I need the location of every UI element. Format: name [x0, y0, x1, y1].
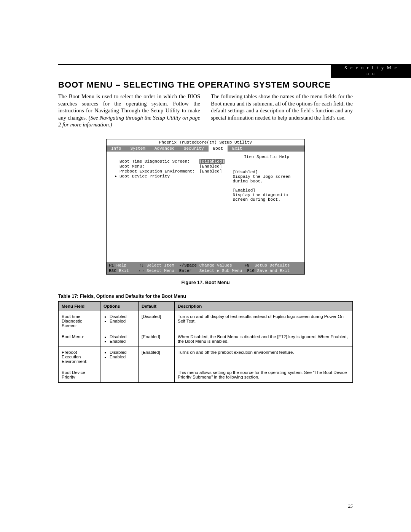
th-menu-field: Menu Field [59, 302, 100, 311]
bios-field-value[interactable]: [Disabled] [199, 159, 225, 164]
bios-key-label: Help [114, 263, 126, 268]
column-left: The Boot Menu is used to select the orde… [58, 93, 200, 128]
document-page: S e c u r i t y M e n u BOOT MENU – SELE… [0, 0, 411, 532]
bios-key: F10 [247, 268, 255, 273]
bios-tab-security[interactable]: Security [179, 145, 209, 152]
bios-key-label: Select Item [144, 263, 174, 268]
bios-help-pane: Item Specific Help [Disabled] Dispaly th… [229, 152, 304, 262]
bios-key-label: Select ▶ Sub-Menu [192, 268, 242, 273]
table-row: Preboot Execution Environment: DisabledE… [59, 347, 353, 367]
bios-field-label: Boot Menu: [119, 164, 199, 169]
bios-key-label: Setup Defaults [252, 263, 290, 268]
cell-desc: When Disabled, the Boot Menu is disabled… [175, 331, 353, 347]
option-item: Enabled [110, 319, 135, 323]
bios-key: -/Space [179, 263, 197, 268]
bios-row[interactable]: Boot Menu: [Enabled] [119, 164, 225, 169]
bios-key: F9 [245, 263, 250, 268]
bios-help-line [233, 184, 301, 188]
bios-key-label: Select Menu [144, 268, 174, 273]
bios-help-title: Item Specific Help [233, 155, 301, 159]
cell-default: [Disabled] [139, 311, 175, 331]
cell-desc: Turns on and off the preboot execution e… [175, 347, 353, 367]
bios-screenshot: Phoenix TrustedCore(tm) Setup Utility In… [106, 139, 305, 275]
two-column-text: The Boot Menu is used to select the orde… [58, 93, 353, 128]
page-title: BOOT MENU – SELECTING THE OPERATING SYST… [58, 80, 353, 90]
cell-field: Boot Menu: [59, 331, 100, 347]
cell-default: [Enabled] [139, 347, 175, 367]
cell-default: — [139, 367, 175, 383]
bios-help-line: [Disabled] [233, 170, 301, 174]
bios-help-line: screen during boot. [233, 197, 301, 202]
cell-desc: Turns on and off display of test results… [175, 311, 353, 331]
table-row: Boot Menu: DisabledEnabled [Enabled] Whe… [59, 331, 353, 347]
bios-field-label: Boot Time Diagnostic Screen: [119, 159, 199, 164]
column-right: The following tables show the names of t… [211, 93, 353, 128]
bios-key: ↑↓ [139, 263, 144, 268]
cell-options: DisabledEnabled [100, 347, 139, 367]
option-item: Disabled [110, 350, 135, 355]
bios-tab-system[interactable]: System [126, 145, 150, 152]
bios-field-value[interactable]: [Enabled] [199, 169, 222, 174]
table-caption: Table 17: Fields, Options and Defaults f… [58, 294, 353, 299]
bios-key: F1 [109, 263, 114, 268]
bios-row[interactable]: Boot Time Diagnostic Screen: [Disabled] [119, 159, 225, 164]
cell-options: — [100, 367, 139, 383]
bios-help-line: Display the diagnostic [233, 193, 301, 197]
bios-title: Phoenix TrustedCore(tm) Setup Utility [107, 139, 304, 145]
bios-tab-info[interactable]: Info [107, 145, 126, 152]
bios-field-label: Preboot Execution Environment: [119, 169, 199, 174]
bios-tab-boot[interactable]: Boot [209, 145, 228, 152]
bios-submenu-label: Boot Device Priority [119, 174, 199, 179]
bios-key: ←→ [139, 268, 144, 273]
cell-field: Boot Device Priority [59, 367, 100, 383]
bios-field-value[interactable]: [Enabled] [199, 164, 222, 169]
bios-key: Enter [179, 268, 192, 273]
option-item: Enabled [110, 355, 135, 359]
cell-desc: This menu allows setting up the source f… [175, 367, 353, 383]
option-item: Disabled [110, 334, 135, 339]
figure-caption: Figure 17. Boot Menu [58, 280, 353, 285]
bios-submenu-row[interactable]: Boot Device Priority [119, 174, 225, 179]
bios-left-pane: Boot Time Diagnostic Screen: [Disabled] … [107, 152, 229, 262]
bios-tab-exit[interactable]: Exit [228, 145, 247, 152]
top-rule [58, 64, 353, 65]
bios-footer: F1 Help ↑↓ Select Item -/Space Change Va… [107, 262, 304, 275]
boot-menu-table: Menu Field Options Default Description B… [58, 301, 353, 383]
bios-menubar: Info System Advanced Security Boot Exit [107, 145, 304, 152]
bios-tab-advanced[interactable]: Advanced [150, 145, 179, 152]
table-row: Boot Device Priority — — This menu allow… [59, 367, 353, 383]
bios-key-label: Change Values [197, 263, 232, 268]
bios-row[interactable]: Preboot Execution Environment: [Enabled] [119, 169, 225, 174]
th-default: Default [139, 302, 175, 311]
page-number: 25 [348, 503, 353, 509]
cell-options: DisabledEnabled [100, 331, 139, 347]
cell-default: [Enabled] [139, 331, 175, 347]
option-item: Enabled [110, 339, 135, 343]
bios-key: ESC [109, 268, 116, 273]
table-row: Boot-time Diagnostic Screen: DisabledEna… [59, 311, 353, 331]
header-tag: S e c u r i t y M e n u [331, 64, 411, 78]
bios-help-line: Dispaly the logo screen [233, 174, 301, 179]
bios-key-label: Exit [116, 268, 129, 273]
th-options: Options [100, 302, 139, 311]
bios-help-line: during boot. [233, 179, 301, 184]
th-description: Description [175, 302, 353, 311]
cell-options: DisabledEnabled [100, 311, 139, 331]
cell-field: Boot-time Diagnostic Screen: [59, 311, 100, 331]
option-item: Disabled [110, 314, 135, 319]
bios-key-label: Save and Exit [255, 268, 290, 273]
cell-field: Preboot Execution Environment: [59, 347, 100, 367]
bios-help-line: [Enabled] [233, 188, 301, 193]
